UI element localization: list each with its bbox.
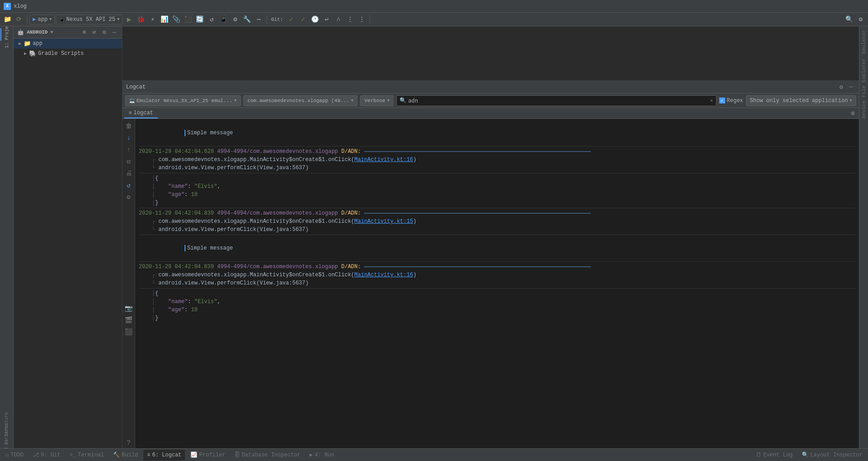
gear-btn[interactable]: ⚙	[123, 191, 134, 202]
stop-log-btn[interactable]: ⬛	[123, 326, 134, 337]
git-branches-btn[interactable]: ⑃	[333, 14, 344, 25]
log-link-2[interactable]: MainActivity.kt:15	[354, 218, 413, 225]
right-panel-device-file[interactable]: Device File Explorer	[860, 57, 868, 120]
logcat-content[interactable]: Simple message 2020-11-29 04:42:04.628 4…	[135, 119, 859, 448]
tree-item-app[interactable]: ▶ 📁 app	[14, 39, 122, 49]
log-json-1-1: │ "name": "Elvis",	[135, 182, 859, 191]
log-link-1[interactable]: MainActivity.kt:16	[354, 157, 413, 163]
video-btn[interactable]: 🎬	[123, 314, 134, 325]
stop-btn[interactable]: ⬛	[183, 14, 194, 25]
logcat-title-text: Logcat	[126, 84, 146, 90]
device-dropdown-arrow: ▼	[117, 17, 119, 22]
log-separator-2	[139, 173, 855, 173]
sdk-btn[interactable]: 🔧	[242, 14, 253, 25]
status-tab-event-log[interactable]: 🗒 Event Log	[752, 450, 796, 461]
simple-msg-1: Simple message	[185, 130, 233, 136]
reload-btn[interactable]: ↺	[206, 14, 217, 25]
run-btn[interactable]: ▶	[124, 14, 135, 25]
status-tab-git[interactable]: ⎇ 9: Git	[29, 450, 64, 461]
logcat-grid-btn[interactable]: ⊞	[849, 109, 857, 118]
status-tab-logcat[interactable]: ≡ 6: Logcat	[143, 450, 185, 461]
tab-logcat[interactable]: ≡ logcat	[124, 108, 158, 118]
coverage-btn[interactable]: ⚡	[147, 14, 158, 25]
more-btn[interactable]: ⋯	[254, 14, 264, 25]
todo-label: TODO	[10, 452, 24, 458]
status-tab-database[interactable]: 🗄 Database Inspector	[231, 450, 304, 461]
settings-btn[interactable]: ⚙	[855, 14, 866, 25]
toolbar-btn-sync[interactable]: ⟳	[14, 14, 24, 25]
logcat-settings-btn[interactable]: ⚙	[837, 83, 845, 91]
activity-project[interactable]: 1: Project	[0, 28, 13, 41]
regex-checkbox-wrapper[interactable]: ✓ Regex	[719, 98, 743, 104]
show-only-btn[interactable]: Show only selected application ▼	[746, 95, 856, 106]
tab-logcat-label: logcat	[134, 110, 153, 116]
status-tab-build[interactable]: 🔨 Build	[109, 450, 141, 461]
restart-btn[interactable]: ↺	[123, 180, 134, 191]
activity-build-variants[interactable]: Build Variants	[0, 436, 13, 448]
git-revert-btn[interactable]: ↩	[321, 14, 332, 25]
scroll-up-btn[interactable]: ↑	[123, 144, 134, 155]
app-select-dropdown[interactable]: com.awesomedevnotes.xlogapp (49... ▼	[244, 95, 358, 106]
profile-btn[interactable]: 📊	[159, 14, 170, 25]
right-panel-emulator[interactable]: Emulator	[860, 28, 868, 56]
show-only-arrow: ▼	[850, 98, 852, 103]
log-separator-1	[139, 146, 855, 147]
help-btn[interactable]: ?	[123, 437, 134, 448]
clear-btn[interactable]: 🗑	[123, 121, 134, 132]
log-link-3[interactable]: MainActivity.kt:16	[354, 272, 413, 278]
debug-btn[interactable]: 🐞	[136, 14, 146, 25]
search-btn[interactable]: 🔍	[844, 14, 854, 25]
sync-btn[interactable]: 🔄	[195, 14, 205, 25]
log-level-dropdown[interactable]: Verbose ▼	[360, 95, 394, 106]
git-extra-btn[interactable]: ⋮	[356, 14, 367, 25]
log-header-1: 2020-11-29 04:42:04.628 4994-4994/com.aw…	[135, 147, 859, 156]
log-bar-2	[364, 213, 591, 214]
status-tab-terminal[interactable]: >_ Terminal	[66, 450, 107, 461]
profiler-icon: 📈	[190, 451, 197, 458]
git-commit-btn[interactable]: ✓	[286, 14, 297, 25]
toolbar-btn-1[interactable]: 📁	[2, 14, 13, 25]
tree-item-gradle[interactable]: ▶ 🐘 Gradle Scripts	[14, 49, 122, 59]
status-tab-run[interactable]: ▶ 4: Run	[306, 450, 338, 461]
logcat-status-icon: ≡	[147, 452, 150, 458]
status-tab-todo[interactable]: ☑ TODO	[2, 450, 27, 461]
device-mgr-btn[interactable]: ⚙	[230, 14, 241, 25]
status-tab-layout-inspector[interactable]: 🔍 Layout Inspector	[798, 450, 866, 461]
sidebar-actions: ⊕ ⇄ ⚙ —	[80, 28, 118, 36]
attach-btn[interactable]: 📎	[171, 14, 182, 25]
print-btn[interactable]: 🖨	[123, 168, 134, 179]
log-json-1-0: │{	[135, 174, 859, 182]
sidebar-minimize-btn[interactable]: —	[110, 28, 118, 36]
scroll-end-btn[interactable]: ↓	[123, 132, 134, 143]
search-icon: 🔍	[400, 97, 406, 104]
log-json-1-2: │ "age": 18	[135, 191, 859, 199]
camera-btn[interactable]: 📷	[123, 303, 134, 314]
git-push-btn[interactable]: ✓	[297, 14, 308, 25]
layout-inspector-icon: 🔍	[802, 451, 809, 458]
sidebar-settings-btn[interactable]: ⚙	[100, 28, 108, 36]
device-select-dropdown[interactable]: 💻 Emulator Nexus_5X_API_25 emul... ▼	[125, 95, 241, 106]
git-history-btn[interactable]: 🕐	[309, 14, 320, 25]
log-separator-3	[139, 208, 855, 208]
toolbar-sep-3	[370, 15, 370, 24]
status-bar-right: 🗒 Event Log 🔍 Layout Inspector	[752, 450, 866, 461]
search-clear-btn[interactable]: ✕	[710, 97, 713, 104]
folder-icon: 📁	[24, 40, 31, 47]
avd-btn[interactable]: 📱	[218, 14, 229, 25]
log-stack-3-2: └ android.view.View.performClick(View.ja…	[135, 279, 859, 287]
app-dropdown[interactable]: ▶ app ▼	[29, 15, 55, 25]
regex-checkbox[interactable]: ✓	[719, 98, 725, 103]
logcat-minimize-btn[interactable]: —	[847, 83, 855, 91]
log-json-2-3: │}	[135, 314, 859, 322]
filter-btn[interactable]: ⊟	[123, 156, 134, 167]
device-dropdown[interactable]: 📱 Nexus 5X API 25 ▼	[56, 15, 122, 25]
git-more-btn[interactable]: ⋮	[345, 14, 356, 25]
log-separator-4	[139, 235, 855, 235]
sidebar-sync-btn[interactable]: ⇄	[90, 28, 98, 36]
log-json-1-3: │}	[135, 199, 859, 207]
sidebar-add-btn[interactable]: ⊕	[80, 28, 88, 36]
tree-arrow-app: ▶	[17, 41, 23, 46]
build-label: Build	[122, 452, 138, 458]
status-tab-profiler[interactable]: 📈 Profiler	[187, 450, 229, 461]
search-input[interactable]	[408, 98, 708, 104]
